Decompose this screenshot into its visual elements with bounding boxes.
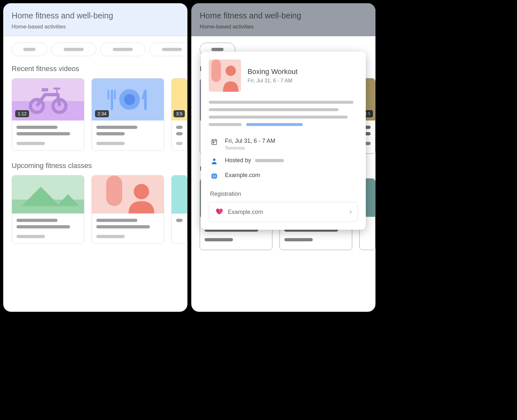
bike-icon: 1:12 [12, 79, 84, 121]
svg-rect-5 [111, 90, 113, 110]
phone-right: Home fitness and well-being Home-based a… [191, 3, 375, 312]
page-subtitle: Home-based activities [12, 24, 179, 30]
card-thumb: 3:5 [172, 79, 187, 121]
filter-chip[interactable] [12, 43, 47, 56]
calendar-icon [210, 138, 218, 146]
person-icon [210, 157, 218, 165]
mountains-icon [12, 175, 84, 214]
host-placeholder [255, 159, 284, 162]
svg-rect-7 [114, 90, 116, 100]
event-datetime: Fri, Jul 31, 6 - 7 AM [225, 138, 275, 144]
event-description [209, 101, 358, 126]
svg-rect-10 [144, 90, 147, 110]
registration-label: Registration [210, 191, 357, 197]
registration-site: Example.com [228, 209, 344, 215]
heart-icon [215, 207, 223, 216]
page-subtitle: Home-based activities [200, 24, 367, 30]
svg-rect-2 [42, 88, 48, 91]
card-thumb [172, 175, 187, 214]
chevron-right-icon: › [350, 208, 352, 216]
page-header: Home fitness and well-being Home-based a… [191, 3, 375, 36]
classes-row [3, 175, 187, 244]
filter-chip[interactable] [149, 43, 187, 56]
event-datetime-row: Fri, Jul 31, 6 - 7 AM Tomorrow [209, 134, 358, 154]
event-thumb [209, 59, 241, 92]
event-datetime-relative: Tomorrow [225, 145, 275, 151]
event-website: Example.com [225, 172, 260, 179]
video-card[interactable]: 1:12 [12, 78, 84, 151]
page-header: Home fitness and well-being Home-based a… [3, 3, 187, 36]
video-card[interactable]: 3:5 [171, 78, 187, 151]
duration-badge: 2:34 [95, 110, 109, 117]
phone-left: Home fitness and well-being Home-based a… [3, 3, 187, 312]
filter-chip[interactable] [51, 43, 96, 56]
svg-point-13 [134, 184, 149, 199]
registration-link[interactable]: Example.com › [209, 202, 358, 222]
duration-badge: 1:12 [15, 110, 29, 117]
class-card[interactable] [171, 175, 187, 244]
videos-row: 1:12 [3, 78, 187, 151]
section-title-classes: Upcoming fitness classes [3, 160, 187, 175]
video-card[interactable]: 2:34 [91, 78, 164, 151]
svg-point-16 [213, 159, 215, 161]
duration-badge: 3:5 [174, 110, 185, 117]
filter-chip[interactable] [100, 43, 145, 56]
svg-rect-14 [211, 59, 221, 82]
event-website-row[interactable]: Example.com [209, 169, 358, 184]
event-subtitle: Fri, Jul 31, 6 - 7 AM [248, 78, 298, 84]
section-title-videos: Recent fitness videos [3, 63, 187, 78]
page-title: Home fitness and well-being [200, 11, 367, 20]
event-host-row: Hosted by [209, 154, 358, 169]
svg-rect-3 [56, 89, 58, 95]
svg-rect-6 [108, 90, 109, 100]
svg-rect-4 [54, 88, 60, 89]
page-title: Home fitness and well-being [12, 11, 179, 20]
event-detail-modal: Boxing Workout Fri, Jul 31, 6 - 7 AM Fri… [201, 52, 366, 230]
food-icon: 2:34 [92, 79, 164, 121]
person-icon [92, 175, 164, 214]
filter-chips-row [3, 36, 187, 63]
event-title: Boxing Workout [248, 68, 298, 76]
class-card[interactable] [91, 175, 164, 244]
svg-rect-12 [106, 176, 122, 206]
globe-icon [210, 172, 218, 180]
class-card[interactable] [12, 175, 84, 244]
hosted-by-label: Hosted by [225, 157, 251, 164]
svg-point-9 [124, 94, 135, 105]
svg-point-15 [226, 66, 236, 76]
